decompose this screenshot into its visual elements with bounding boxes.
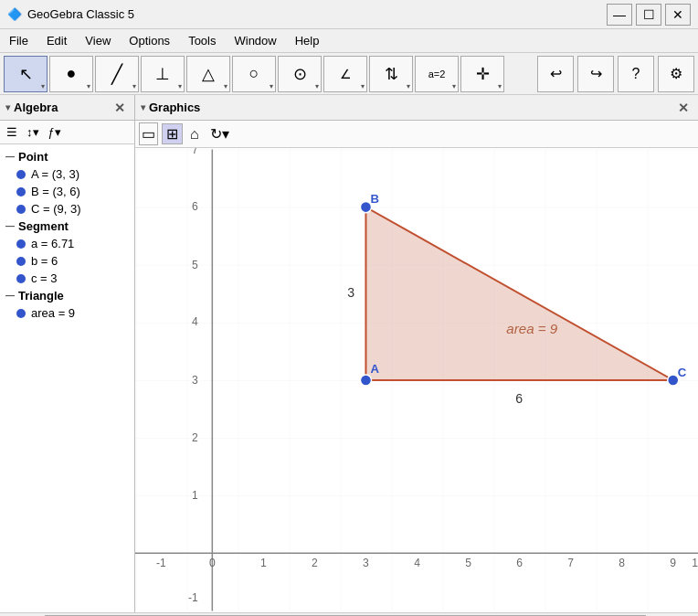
tool-select[interactable]: ↖ ▾: [4, 56, 48, 92]
algebra-fx-icon[interactable]: ƒ▾: [46, 124, 64, 140]
area-dot: [16, 309, 26, 318]
graphics-panel: ▾ Graphics ✕ ▭ ⊞ ⌂ ↻▾: [135, 95, 698, 612]
titlebar: 🔷 GeoGebra Classic 5 — ☐ ✕: [0, 0, 698, 29]
circle-icon: ○: [249, 64, 259, 83]
settings-button[interactable]: ⚙: [658, 56, 694, 92]
point-a-circle[interactable]: [360, 375, 371, 386]
segment-group-arrow[interactable]: —: [5, 221, 15, 231]
seg-c-label: c = 3: [31, 271, 58, 285]
x-label-6: 6: [516, 557, 523, 569]
rotate-icon[interactable]: ↻▾: [206, 124, 233, 143]
tool-line[interactable]: ╱ ▾: [95, 56, 139, 92]
x-label-5: 5: [465, 557, 471, 569]
algebra-group-segment: — Segment: [0, 218, 134, 235]
triangle-group-label: Triangle: [18, 289, 64, 303]
algebra-sort-icon[interactable]: ↕▾: [24, 124, 42, 140]
x-label-2: 2: [312, 557, 318, 569]
tool-circle[interactable]: ○ ▾: [232, 56, 276, 92]
seg-a-dot: [16, 239, 26, 249]
app-title: GeoGebra Classic 5: [27, 7, 134, 21]
point-group-arrow[interactable]: —: [5, 152, 15, 162]
tool-arrow-conic: ▾: [315, 82, 319, 90]
y-label-2: 2: [192, 431, 198, 444]
grid-outline-icon[interactable]: ▭: [139, 122, 158, 145]
tool-arrow-reflect: ▾: [407, 82, 410, 90]
list-item[interactable]: C = (9, 3): [0, 200, 134, 218]
algebra-collapse-icon[interactable]: ▾: [5, 102, 10, 112]
algebra-close-button[interactable]: ✕: [111, 99, 129, 117]
line-icon: ╱: [111, 63, 122, 85]
point-icon: ●: [67, 64, 77, 83]
menu-item-tools[interactable]: Tools: [183, 32, 221, 49]
tool-point[interactable]: ● ▾: [49, 56, 93, 92]
tool-arrow-polygon: ▾: [224, 82, 227, 90]
algebra-group-point: — Point: [0, 148, 134, 165]
list-item[interactable]: c = 3: [0, 270, 134, 287]
seg-b-label: b = 6: [31, 254, 58, 268]
redo-button[interactable]: ↪: [577, 56, 614, 92]
menubar: FileEditViewOptionsToolsWindowHelp: [0, 29, 698, 53]
tool-arrow-point: ▾: [87, 82, 90, 90]
toolbar-right: ↩ ↪ ? ⚙: [537, 56, 694, 92]
app-icon: 🔷: [7, 7, 22, 21]
tool-arrow-angle: ▾: [361, 82, 365, 90]
x-label-1: 1: [260, 557, 267, 569]
graphics-close-button[interactable]: ✕: [674, 99, 693, 117]
algebra-toolbar: ☰ ↕▾ ƒ▾: [0, 121, 134, 144]
home-icon[interactable]: ⌂: [186, 125, 203, 143]
y-label-5: 5: [192, 259, 198, 271]
tool-slider[interactable]: a=2 ▾: [415, 56, 459, 92]
canvas-area[interactable]: -1 0 1 2 3 4 5 6 7 8 9 10 7 6 5 4 3 2 1: [135, 148, 698, 612]
conic-icon: ⊙: [293, 64, 307, 84]
x-label-8: 8: [619, 557, 625, 569]
algebra-panel: ▾ Algebra ✕ ☰ ↕▾ ƒ▾ — Point A = (3, 3) B…: [0, 95, 135, 612]
list-item[interactable]: a = 6.71: [0, 235, 134, 252]
graphics-collapse-icon[interactable]: ▾: [141, 102, 145, 112]
minimize-button[interactable]: —: [607, 4, 632, 26]
seg-b-dot: [16, 257, 26, 266]
menu-item-edit[interactable]: Edit: [41, 32, 72, 49]
grid-icon[interactable]: ⊞: [162, 123, 183, 144]
list-item[interactable]: A = (3, 3): [0, 165, 134, 183]
maximize-button[interactable]: ☐: [636, 4, 661, 26]
segment-b-label: 6: [515, 391, 523, 406]
close-button[interactable]: ✕: [665, 4, 691, 26]
menu-item-help[interactable]: Help: [290, 32, 325, 49]
tool-perp[interactable]: ⊥ ▾: [141, 56, 185, 92]
seg-c-dot: [16, 274, 26, 283]
point-a-dot: [16, 170, 26, 179]
point-c-canvas-label: C: [678, 366, 687, 379]
list-item[interactable]: B = (3, 6): [0, 183, 134, 200]
tool-angle[interactable]: ∠ ▾: [323, 56, 367, 92]
tool-reflect[interactable]: ⇅ ▾: [369, 56, 413, 92]
menu-item-view[interactable]: View: [79, 32, 116, 49]
tool-arrow-line: ▾: [132, 82, 136, 90]
menu-item-file[interactable]: File: [4, 32, 34, 49]
perp-icon: ⊥: [155, 64, 170, 84]
tool-arrow-move: ▾: [498, 82, 502, 90]
help-button[interactable]: ?: [618, 56, 654, 92]
x-label-4: 4: [414, 557, 420, 569]
x-label-neg1: -1: [156, 557, 166, 569]
tool-move[interactable]: ✛ ▾: [460, 56, 504, 92]
geometry-canvas[interactable]: -1 0 1 2 3 4 5 6 7 8 9 10 7 6 5 4 3 2 1: [135, 148, 698, 612]
point-c-dot: [16, 205, 26, 214]
y-label-3: 3: [192, 374, 198, 387]
y-label-neg1: -1: [188, 591, 198, 604]
tool-polygon[interactable]: △ ▾: [186, 56, 230, 92]
list-item[interactable]: area = 9: [0, 304, 134, 322]
list-item[interactable]: b = 6: [0, 252, 134, 270]
titlebar-controls: — ☐ ✕: [607, 4, 691, 26]
triangle-group-arrow[interactable]: —: [5, 291, 15, 301]
tool-conic[interactable]: ⊙ ▾: [278, 56, 322, 92]
menu-item-options[interactable]: Options: [123, 32, 175, 49]
tool-arrow-perp: ▾: [178, 82, 182, 90]
algebra-menu-icon[interactable]: ☰: [4, 124, 20, 140]
menu-item-window[interactable]: Window: [228, 32, 281, 49]
point-a-canvas-label: A: [371, 362, 380, 376]
x-label-9: 9: [670, 557, 676, 569]
undo-button[interactable]: ↩: [537, 56, 574, 92]
tool-arrow-circle: ▾: [270, 82, 273, 90]
move-icon: ✛: [476, 64, 490, 84]
tool-arrow-select: ▾: [41, 82, 45, 90]
